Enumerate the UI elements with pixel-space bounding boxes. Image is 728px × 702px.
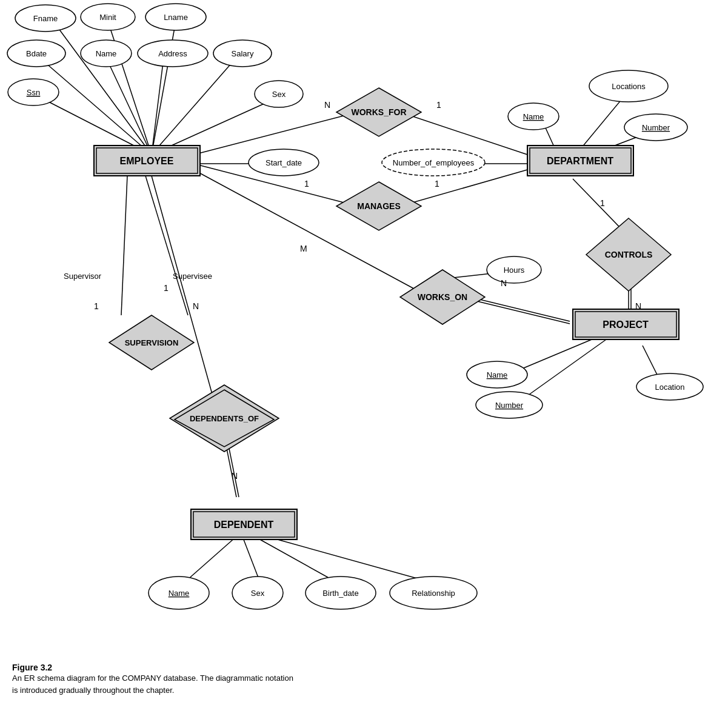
svg-line-26 [521, 339, 606, 400]
department-label: DEPARTMENT [547, 156, 613, 166]
svg-line-4 [106, 58, 152, 155]
attr-salary: Salary [232, 49, 254, 58]
svg-line-36 [267, 537, 436, 584]
card-1-manages-dept: 1 [435, 179, 439, 189]
card-1-controls-dept: 1 [600, 198, 605, 208]
attr-dept-number: Number [642, 123, 670, 132]
svg-line-5 [152, 58, 164, 155]
svg-line-22 [470, 297, 570, 321]
attr-emp-name: Name [96, 49, 117, 58]
card-n-controls-proj: N [635, 301, 641, 311]
supervision-label: SUPERVISION [125, 338, 179, 347]
manages-label: MANAGES [357, 201, 401, 211]
card-1-supervision-supervisor: 1 [94, 301, 99, 311]
svg-line-9 [194, 112, 358, 155]
card-n-works-on-proj: N [501, 278, 507, 288]
svg-line-33 [185, 537, 236, 582]
caption-text-line1: An ER schema diagram for the COMPANY dat… [12, 674, 293, 683]
attr-ssn: Ssn [27, 88, 40, 97]
attr-location: Location [655, 383, 684, 392]
card-m-works-on-emp: M [300, 244, 307, 253]
card-n-supervision-supervisee: N [193, 301, 199, 311]
attr-hours: Hours [504, 266, 525, 275]
attr-dep-sex: Sex [251, 589, 265, 598]
attr-num-employees: Number_of_employees [393, 158, 475, 167]
attr-proj-name: Name [487, 370, 508, 379]
svg-line-23 [470, 299, 570, 324]
er-diagram-container: EMPLOYEE DEPARTMENT PROJECT DEPENDENT WO… [0, 0, 728, 655]
attr-address: Address [158, 49, 187, 58]
attr-fname: Fname [33, 14, 58, 23]
attr-minit: Minit [99, 13, 116, 22]
label-supervisor: Supervisor [64, 272, 102, 281]
card-n-dependents-of-dep: N [232, 471, 238, 481]
svg-line-28 [121, 176, 127, 315]
controls-label: CONTROLS [605, 250, 653, 259]
attr-dep-name: Name [169, 589, 190, 598]
attr-lname: Lname [164, 13, 188, 22]
employee-label: EMPLOYEE [120, 156, 174, 166]
attr-locations: Locations [612, 82, 646, 91]
attr-dept-name: Name [523, 112, 544, 121]
label-supervisee: Supervisee [173, 272, 212, 281]
svg-line-29 [145, 176, 188, 315]
project-label: PROJECT [603, 319, 649, 330]
attr-relationship: Relationship [412, 589, 455, 598]
attr-proj-number: Number [495, 401, 524, 410]
dependent-label: DEPENDENT [214, 520, 274, 530]
works-for-label: WORKS_FOR [352, 107, 407, 117]
card-1-works-for-dept: 1 [436, 100, 441, 110]
card-1-manages-emp: 1 [304, 179, 309, 189]
card-n-works-for-emp: N [324, 100, 330, 110]
caption-text-line2: is introduced gradually throughout the c… [12, 686, 174, 695]
attr-dep-birth: Birth_date [322, 589, 358, 598]
attr-start-date: Start_date [265, 158, 302, 167]
attr-sex-emp: Sex [272, 90, 286, 99]
dependents-of-label: DEPENDENTS_OF [190, 414, 259, 423]
attr-bdate: Bdate [26, 49, 47, 58]
svg-line-6 [152, 58, 236, 155]
card-1-dependents-of-emp: 1 [164, 283, 169, 293]
svg-line-35 [255, 537, 339, 584]
figure-caption: Figure 3.2 An ER schema diagram for the … [12, 663, 436, 696]
works-on-label: WORKS_ON [418, 292, 467, 302]
caption-title: Figure 3.2 [12, 663, 52, 672]
